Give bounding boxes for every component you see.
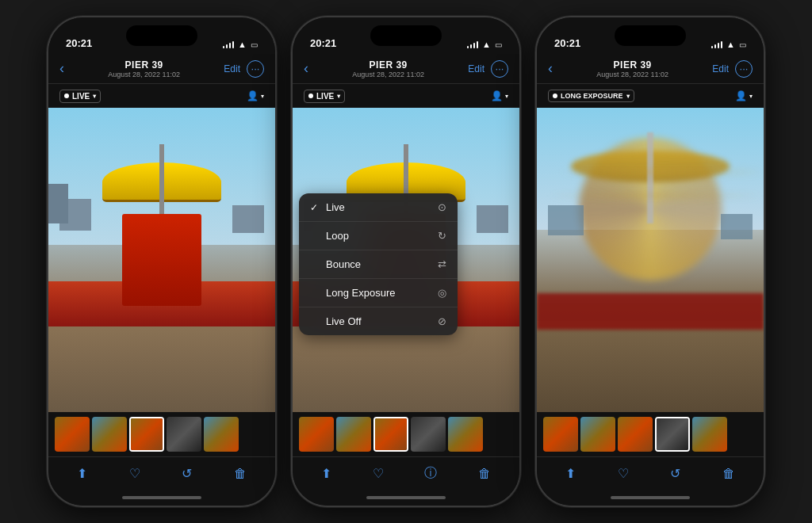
bounce-option-icon: ⇄ — [438, 258, 446, 270]
edit-button-1[interactable]: Edit — [224, 63, 240, 74]
person-symbol-3: 👤 — [735, 90, 747, 101]
nav-bar-1: ‹ PIER 39 August 28, 2022 11:02 Edit ··· — [48, 54, 275, 84]
nav-title-text-1: PIER 39 — [64, 59, 224, 71]
dynamic-island-2 — [370, 25, 442, 46]
live-badge-1[interactable]: LIVE ▾ — [59, 90, 101, 103]
person-icon-2[interactable]: 👤 ▾ — [491, 90, 508, 101]
dynamic-island-1 — [126, 25, 197, 46]
edit-button-3[interactable]: Edit — [712, 63, 729, 74]
thumb-1-5[interactable] — [204, 417, 239, 452]
live-off-option-icon: ⊘ — [438, 315, 446, 327]
share-button-2[interactable]: ⬆ — [321, 466, 331, 481]
bottom-toolbar-1: ⬆ ♡ ↺ 🗑 — [48, 456, 275, 490]
long-exposure-chevron-3: ▾ — [626, 93, 630, 100]
share-icon-3: ⬆ — [565, 466, 576, 481]
battery-icon-2: ▭ — [495, 40, 502, 49]
signal-icon-1 — [223, 40, 235, 48]
thumb-3-2[interactable] — [580, 417, 615, 452]
phone-1: 20:21 ▲ ▭ ‹ PIER 39 August 28, 2022 11:0… — [47, 16, 277, 507]
wifi-icon-1: ▲ — [238, 40, 247, 49]
person-icon-3[interactable]: 👤 ▾ — [735, 90, 753, 101]
long-exposure-badge-3[interactable]: LONG EXPOSURE ▾ — [548, 90, 634, 102]
thumb-2-3[interactable] — [373, 417, 408, 452]
timer-button-3[interactable]: ↺ — [670, 466, 680, 481]
battery-icon-1: ▭ — [251, 40, 258, 49]
favorite-button-1[interactable]: ♡ — [129, 466, 140, 481]
thumb-1-3[interactable] — [129, 417, 164, 452]
delete-button-2[interactable]: 🗑 — [478, 467, 491, 481]
status-icons-1: ▲ ▭ — [223, 40, 258, 49]
info-button-2[interactable]: ⓘ — [424, 465, 437, 482]
more-button-2[interactable]: ··· — [491, 60, 508, 78]
signal-icon-3 — [711, 40, 723, 48]
wifi-icon-3: ▲ — [726, 40, 735, 49]
live-label-1: LIVE — [72, 92, 90, 101]
thumb-1-2[interactable] — [92, 417, 127, 452]
thumb-2-4[interactable] — [411, 417, 446, 452]
thumb-2-1[interactable] — [299, 417, 334, 452]
nav-subtitle-2: August 28, 2022 11:02 — [308, 71, 468, 78]
home-bar-1 — [122, 496, 201, 499]
heart-icon-3: ♡ — [618, 466, 629, 481]
live-option-label: Live — [326, 201, 345, 213]
home-bar-3 — [611, 496, 690, 499]
share-button-3[interactable]: ⬆ — [565, 466, 576, 481]
dropdown-item-live[interactable]: ✓ Live ⊙ — [299, 193, 458, 222]
photo-area-2: ✓ Live ⊙ ✓ Loop ↻ ✓ Bounce ⇄ — [293, 108, 519, 412]
live-option-icon: ⊙ — [438, 201, 446, 213]
long-exposure-option-label: Long Exposure — [326, 287, 395, 299]
delete-button-1[interactable]: 🗑 — [234, 467, 247, 481]
nav-title-text-3: PIER 39 — [553, 59, 712, 71]
live-chevron-2: ▾ — [337, 93, 340, 100]
nav-title-3: PIER 39 August 28, 2022 11:02 — [553, 59, 712, 78]
thumb-2-2[interactable] — [336, 417, 371, 452]
share-icon-1: ⬆ — [77, 466, 87, 481]
favorite-button-2[interactable]: ♡ — [373, 466, 384, 481]
dropdown-item-live-off[interactable]: ✓ Live Off ⊘ — [299, 307, 458, 335]
person-chevron-1: ▾ — [261, 93, 264, 100]
thumb-1-1[interactable] — [55, 417, 90, 452]
thumb-strip-2 — [293, 412, 519, 456]
timer-button-1[interactable]: ↺ — [182, 466, 192, 481]
home-indicator-2 — [293, 490, 519, 506]
bottom-toolbar-3: ⬆ ♡ ↺ 🗑 — [537, 456, 764, 490]
person-icon-1[interactable]: 👤 ▾ — [247, 90, 264, 101]
long-exposure-option-icon: ◎ — [438, 287, 446, 299]
live-label-2: LIVE — [316, 92, 334, 101]
nav-title-text-2: PIER 39 — [308, 59, 468, 71]
live-badge-2[interactable]: LIVE ▾ — [304, 90, 345, 103]
nav-right-1: Edit ··· — [224, 60, 264, 78]
long-exposure-dot-3 — [553, 94, 557, 98]
thumb-3-4[interactable] — [655, 417, 690, 452]
nav-subtitle-1: August 28, 2022 11:02 — [64, 71, 224, 78]
thumb-2-5[interactable] — [448, 417, 483, 452]
live-off-option-label: Live Off — [326, 315, 362, 327]
edit-button-2[interactable]: Edit — [468, 63, 485, 74]
carousel-image-3-blurred — [537, 108, 764, 412]
dropdown-item-long-exposure[interactable]: ✓ Long Exposure ◎ — [299, 279, 458, 307]
more-button-3[interactable]: ··· — [735, 60, 753, 78]
nav-right-3: Edit ··· — [712, 60, 753, 78]
live-dot-1 — [64, 94, 69, 98]
delete-button-3[interactable]: 🗑 — [722, 467, 735, 481]
loop-option-label: Loop — [326, 230, 349, 242]
photo-area-1 — [48, 108, 275, 412]
thumb-3-5[interactable] — [692, 417, 727, 452]
photo-area-3 — [537, 108, 764, 412]
favorite-button-3[interactable]: ♡ — [618, 466, 629, 481]
thumb-3-1[interactable] — [543, 417, 578, 452]
dropdown-item-loop[interactable]: ✓ Loop ↻ — [299, 222, 458, 250]
home-bar-2 — [366, 496, 446, 499]
thumb-3-3[interactable] — [618, 417, 653, 452]
dynamic-island-3 — [615, 25, 686, 46]
thumb-1-4[interactable] — [167, 417, 201, 452]
live-dropdown: ✓ Live ⊙ ✓ Loop ↻ ✓ Bounce ⇄ — [299, 193, 458, 335]
share-button-1[interactable]: ⬆ — [77, 466, 87, 481]
live-bar-1: LIVE ▾ 👤 ▾ — [48, 84, 275, 108]
live-check: ✓ — [310, 202, 320, 213]
live-bar-2: LIVE ▾ 👤 ▾ — [293, 84, 519, 108]
more-button-1[interactable]: ··· — [247, 60, 264, 78]
person-symbol-2: 👤 — [491, 90, 503, 101]
heart-icon-2: ♡ — [373, 466, 384, 481]
dropdown-item-bounce[interactable]: ✓ Bounce ⇄ — [299, 250, 458, 279]
